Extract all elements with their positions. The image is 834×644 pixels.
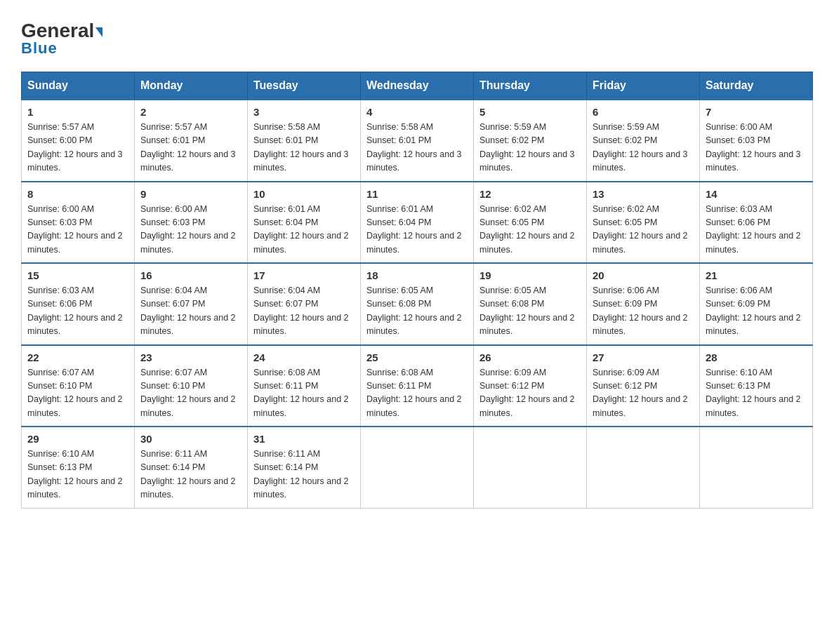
- calendar-day-cell: 9Sunrise: 6:00 AMSunset: 6:03 PMDaylight…: [135, 182, 248, 264]
- day-info: Sunrise: 6:06 AMSunset: 6:09 PMDaylight:…: [593, 284, 694, 339]
- day-number: 5: [479, 106, 581, 118]
- calendar-day-cell: 8Sunrise: 6:00 AMSunset: 6:03 PMDaylight…: [22, 182, 135, 264]
- day-info: Sunrise: 6:01 AMSunset: 6:04 PMDaylight:…: [366, 203, 468, 257]
- empty-cell: [587, 427, 700, 508]
- logo-triangle-icon: [95, 27, 102, 37]
- calendar-day-cell: 21Sunrise: 6:06 AMSunset: 6:09 PMDayligh…: [700, 263, 813, 345]
- day-info: Sunrise: 6:09 AMSunset: 6:12 PMDaylight:…: [479, 366, 581, 421]
- day-info: Sunrise: 6:11 AMSunset: 6:14 PMDaylight:…: [253, 448, 355, 502]
- day-info: Sunrise: 6:08 AMSunset: 6:11 PMDaylight:…: [366, 366, 468, 421]
- calendar-day-cell: 15Sunrise: 6:03 AMSunset: 6:06 PMDayligh…: [22, 263, 135, 345]
- day-number: 27: [593, 351, 694, 363]
- day-info: Sunrise: 6:02 AMSunset: 6:05 PMDaylight:…: [479, 203, 581, 257]
- day-number: 23: [140, 351, 241, 363]
- calendar-day-cell: 30Sunrise: 6:11 AMSunset: 6:14 PMDayligh…: [135, 427, 248, 508]
- calendar-week-row: 29Sunrise: 6:10 AMSunset: 6:13 PMDayligh…: [22, 427, 813, 508]
- day-number: 10: [253, 188, 355, 200]
- calendar-day-cell: 17Sunrise: 6:04 AMSunset: 6:07 PMDayligh…: [248, 263, 361, 345]
- day-info: Sunrise: 6:00 AMSunset: 6:03 PMDaylight:…: [27, 203, 128, 257]
- calendar-week-row: 1Sunrise: 5:57 AMSunset: 6:00 PMDaylight…: [22, 100, 813, 182]
- day-info: Sunrise: 6:00 AMSunset: 6:03 PMDaylight:…: [140, 203, 241, 257]
- calendar-day-cell: 11Sunrise: 6:01 AMSunset: 6:04 PMDayligh…: [361, 182, 474, 264]
- calendar-day-cell: 31Sunrise: 6:11 AMSunset: 6:14 PMDayligh…: [248, 427, 361, 508]
- day-number: 13: [593, 188, 694, 200]
- day-number: 15: [27, 269, 128, 281]
- logo-blue: Blue: [21, 39, 58, 58]
- calendar-header-row: SundayMondayTuesdayWednesdayThursdayFrid…: [22, 72, 813, 100]
- calendar-week-row: 8Sunrise: 6:00 AMSunset: 6:03 PMDaylight…: [22, 182, 813, 264]
- day-info: Sunrise: 5:58 AMSunset: 6:01 PMDaylight:…: [366, 121, 468, 175]
- calendar-day-cell: 7Sunrise: 6:00 AMSunset: 6:03 PMDaylight…: [700, 100, 813, 182]
- day-number: 12: [479, 188, 581, 200]
- empty-cell: [700, 427, 813, 508]
- day-info: Sunrise: 6:08 AMSunset: 6:11 PMDaylight:…: [253, 366, 355, 421]
- logo: General Blue: [21, 21, 102, 58]
- day-info: Sunrise: 6:11 AMSunset: 6:14 PMDaylight:…: [140, 448, 241, 502]
- calendar-day-cell: 1Sunrise: 5:57 AMSunset: 6:00 PMDaylight…: [22, 100, 135, 182]
- calendar-day-header-thursday: Thursday: [474, 72, 587, 100]
- calendar-day-header-sunday: Sunday: [22, 72, 135, 100]
- calendar-day-cell: 2Sunrise: 5:57 AMSunset: 6:01 PMDaylight…: [135, 100, 248, 182]
- day-info: Sunrise: 5:57 AMSunset: 6:01 PMDaylight:…: [140, 121, 241, 175]
- day-info: Sunrise: 6:07 AMSunset: 6:10 PMDaylight:…: [140, 366, 241, 421]
- day-info: Sunrise: 6:04 AMSunset: 6:07 PMDaylight:…: [140, 284, 241, 339]
- calendar-day-cell: 10Sunrise: 6:01 AMSunset: 6:04 PMDayligh…: [248, 182, 361, 264]
- day-info: Sunrise: 6:10 AMSunset: 6:13 PMDaylight:…: [27, 448, 128, 502]
- day-number: 25: [366, 351, 468, 363]
- calendar-day-cell: 12Sunrise: 6:02 AMSunset: 6:05 PMDayligh…: [474, 182, 587, 264]
- calendar-day-header-monday: Monday: [135, 72, 248, 100]
- calendar-day-cell: 18Sunrise: 6:05 AMSunset: 6:08 PMDayligh…: [361, 263, 474, 345]
- calendar-day-cell: 16Sunrise: 6:04 AMSunset: 6:07 PMDayligh…: [135, 263, 248, 345]
- calendar-week-row: 15Sunrise: 6:03 AMSunset: 6:06 PMDayligh…: [22, 263, 813, 345]
- day-number: 28: [706, 351, 807, 363]
- day-info: Sunrise: 6:02 AMSunset: 6:05 PMDaylight:…: [593, 203, 694, 257]
- day-number: 9: [140, 188, 241, 200]
- day-number: 21: [706, 269, 807, 281]
- day-number: 20: [593, 269, 694, 281]
- calendar-day-cell: 4Sunrise: 5:58 AMSunset: 6:01 PMDaylight…: [361, 100, 474, 182]
- calendar-day-header-friday: Friday: [587, 72, 700, 100]
- day-info: Sunrise: 5:57 AMSunset: 6:00 PMDaylight:…: [27, 121, 128, 175]
- day-number: 29: [27, 433, 128, 445]
- calendar-day-header-wednesday: Wednesday: [361, 72, 474, 100]
- day-info: Sunrise: 5:59 AMSunset: 6:02 PMDaylight:…: [479, 121, 581, 175]
- calendar-day-cell: 14Sunrise: 6:03 AMSunset: 6:06 PMDayligh…: [700, 182, 813, 264]
- day-number: 7: [706, 106, 807, 118]
- day-number: 18: [366, 269, 468, 281]
- day-number: 8: [27, 188, 128, 200]
- calendar-day-cell: 28Sunrise: 6:10 AMSunset: 6:13 PMDayligh…: [700, 345, 813, 427]
- calendar-day-cell: 29Sunrise: 6:10 AMSunset: 6:13 PMDayligh…: [22, 427, 135, 508]
- day-info: Sunrise: 6:09 AMSunset: 6:12 PMDaylight:…: [593, 366, 694, 421]
- day-number: 1: [27, 106, 128, 118]
- day-info: Sunrise: 6:06 AMSunset: 6:09 PMDaylight:…: [706, 284, 807, 339]
- calendar-week-row: 22Sunrise: 6:07 AMSunset: 6:10 PMDayligh…: [22, 345, 813, 427]
- day-number: 19: [479, 269, 581, 281]
- calendar-day-cell: 20Sunrise: 6:06 AMSunset: 6:09 PMDayligh…: [587, 263, 700, 345]
- day-number: 6: [593, 106, 694, 118]
- day-number: 17: [253, 269, 355, 281]
- day-number: 24: [253, 351, 355, 363]
- calendar-day-cell: 23Sunrise: 6:07 AMSunset: 6:10 PMDayligh…: [135, 345, 248, 427]
- day-info: Sunrise: 6:00 AMSunset: 6:03 PMDaylight:…: [706, 121, 807, 175]
- day-info: Sunrise: 6:07 AMSunset: 6:10 PMDaylight:…: [27, 366, 128, 421]
- logo-general: General: [21, 21, 102, 41]
- day-number: 26: [479, 351, 581, 363]
- day-number: 4: [366, 106, 468, 118]
- day-number: 2: [140, 106, 241, 118]
- empty-cell: [474, 427, 587, 508]
- calendar-day-cell: 19Sunrise: 6:05 AMSunset: 6:08 PMDayligh…: [474, 263, 587, 345]
- day-number: 31: [253, 433, 355, 445]
- calendar-day-cell: 24Sunrise: 6:08 AMSunset: 6:11 PMDayligh…: [248, 345, 361, 427]
- day-number: 11: [366, 188, 468, 200]
- day-info: Sunrise: 6:04 AMSunset: 6:07 PMDaylight:…: [253, 284, 355, 339]
- calendar-day-cell: 26Sunrise: 6:09 AMSunset: 6:12 PMDayligh…: [474, 345, 587, 427]
- day-info: Sunrise: 6:05 AMSunset: 6:08 PMDaylight:…: [479, 284, 581, 339]
- calendar-day-header-saturday: Saturday: [700, 72, 813, 100]
- calendar-day-header-tuesday: Tuesday: [248, 72, 361, 100]
- day-info: Sunrise: 5:58 AMSunset: 6:01 PMDaylight:…: [253, 121, 355, 175]
- day-info: Sunrise: 6:03 AMSunset: 6:06 PMDaylight:…: [706, 203, 807, 257]
- day-number: 3: [253, 106, 355, 118]
- day-number: 14: [706, 188, 807, 200]
- calendar-day-cell: 3Sunrise: 5:58 AMSunset: 6:01 PMDaylight…: [248, 100, 361, 182]
- calendar-table: SundayMondayTuesdayWednesdayThursdayFrid…: [21, 72, 813, 509]
